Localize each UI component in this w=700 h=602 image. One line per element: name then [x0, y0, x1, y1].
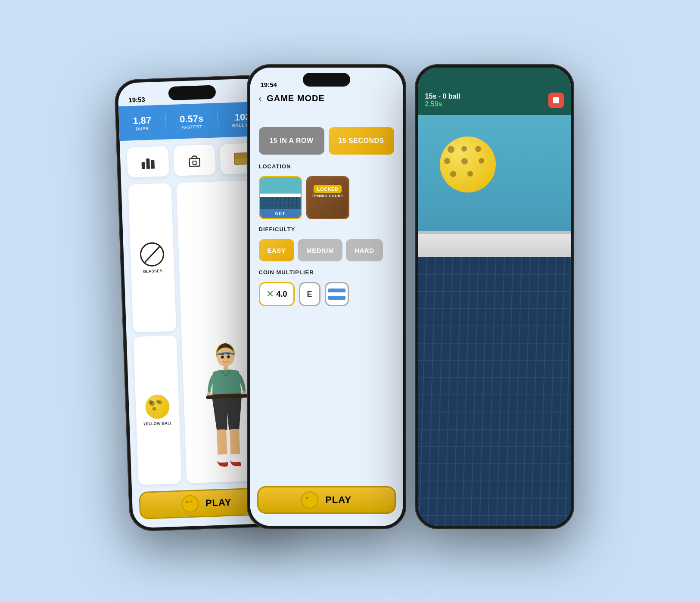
ball-label: YELLOW BALL	[143, 421, 173, 426]
mode-15s-label: 15 SECONDS	[338, 137, 384, 145]
no-glasses-icon	[140, 242, 165, 267]
multiplier-row-container: ✕ 4.0 E	[250, 279, 403, 306]
play-label-2: PLAY	[325, 494, 352, 506]
svg-rect-13	[230, 454, 240, 462]
dupr-value: 1.87	[132, 115, 151, 126]
ball-dot-e	[461, 158, 468, 164]
difficulty-easy[interactable]: EASY	[259, 239, 295, 261]
svg-rect-12	[218, 454, 227, 462]
shop-icon-card[interactable]	[173, 145, 215, 176]
multiplier-flag-card[interactable]	[325, 282, 349, 306]
ball-dot-a	[448, 146, 454, 153]
multiplier-section-label: COIN MULTIPLIER	[250, 268, 403, 276]
dynamic-island-1	[168, 85, 216, 100]
dupr-label: DUPR	[136, 126, 149, 131]
small-ball-2	[304, 494, 315, 506]
hard-label: HARD	[355, 247, 374, 254]
game-ball	[440, 137, 496, 192]
shop-icon	[187, 153, 201, 168]
difficulty-medium[interactable]: MEDIUM	[298, 239, 342, 261]
game-mode-header: ‹ GAME MODE	[250, 93, 403, 103]
svg-line-35	[461, 257, 470, 526]
game-header: 15s - 0 ball 2.59s	[418, 68, 571, 115]
s-dot-1	[186, 501, 188, 503]
svg-rect-7	[206, 395, 213, 399]
tennis-bg: LOCKED TENNIS COURT	[308, 177, 348, 218]
ball-dot-f	[479, 158, 484, 164]
phone-2: 19:54 ‹ GAME MODE 15 IN A ROW 15 SECONDS	[247, 64, 406, 529]
mode-15s[interactable]: 15 SECONDS	[329, 127, 394, 155]
chest-icon	[233, 152, 248, 165]
ball-dot-c	[475, 146, 481, 152]
bar-chart-icon	[141, 155, 154, 169]
svg-line-37	[479, 257, 487, 526]
difficulty-buttons: EASY MEDIUM HARD	[250, 236, 403, 261]
chart-icon-card[interactable]	[127, 146, 169, 177]
ball-dot-g	[450, 171, 456, 177]
game-info: 15s - 0 ball 2.59s	[425, 93, 460, 108]
s-dot-3	[306, 497, 308, 499]
ball-dot-2	[156, 400, 159, 403]
net-top-cord	[418, 231, 571, 234]
net-band	[418, 231, 571, 257]
multiplier-label: COIN MULTIPLIER	[250, 269, 323, 276]
ball-dot-b	[461, 146, 467, 152]
difficulty-hard[interactable]: HARD	[346, 239, 383, 261]
mode-buttons: 15 IN A ROW 15 SECONDS	[250, 124, 403, 155]
back-button[interactable]: ‹	[259, 93, 262, 103]
icon-grid: NEW	[127, 143, 262, 178]
glasses-label: GLASSES	[143, 269, 162, 274]
bar-3	[151, 160, 155, 168]
cross-icon: ✕	[266, 289, 274, 300]
fastest-value: 0.57s	[179, 113, 203, 125]
status-time-2: 19:54	[261, 81, 277, 88]
ball-card[interactable]: YELLOW BALL	[133, 335, 181, 485]
svg-rect-0	[189, 158, 200, 167]
svg-line-46	[556, 257, 565, 526]
dynamic-island-2	[303, 73, 350, 87]
net-grid-svg	[418, 257, 571, 526]
svg-line-33	[444, 257, 453, 526]
divider-1	[165, 113, 166, 130]
game-mode-screen: 19:54 ‹ GAME MODE 15 IN A ROW 15 SECONDS	[250, 68, 403, 526]
location-label: LOCATION	[250, 163, 300, 170]
location-net[interactable]: NET	[259, 176, 302, 219]
multiplier-e-card[interactable]: E	[299, 282, 320, 306]
stop-button[interactable]	[548, 93, 564, 108]
svg-line-45	[548, 257, 556, 526]
play-label-1: PLAY	[205, 497, 232, 509]
game-mode-title: GAME MODE	[267, 93, 325, 103]
svg-line-32	[436, 257, 444, 526]
svg-line-36	[470, 257, 479, 526]
stat-fastest: 0.57s FASTEST	[179, 113, 203, 130]
divider-2	[217, 112, 218, 129]
svg-line-42	[522, 257, 530, 526]
court-text: TENNIS COURT	[312, 194, 344, 198]
yellow-ball-icon	[145, 394, 170, 419]
svg-line-30	[418, 257, 427, 526]
game-mode-row: 15 IN A ROW 15 SECONDS	[250, 124, 403, 155]
glasses-card[interactable]: GLASSES	[128, 183, 176, 332]
small-ball	[184, 498, 196, 510]
location-grid: NET LOCKED TENNIS COURT	[250, 173, 403, 219]
bar-2	[146, 158, 150, 169]
status-time-1: 19:53	[128, 96, 145, 103]
play-button-2[interactable]: PLAY	[257, 486, 396, 514]
multiplier-row: ✕ 4.0 E	[250, 279, 403, 306]
multiplier-e-label: E	[307, 290, 312, 299]
location-cards: NET LOCKED TENNIS COURT	[250, 173, 403, 219]
mode-15-row[interactable]: 15 IN A ROW	[259, 127, 324, 155]
multiplier-4x-card[interactable]: ✕ 4.0	[259, 282, 295, 306]
ball-dot-1	[148, 400, 152, 404]
ball-dot-h	[467, 171, 473, 177]
play-btn-ball-icon	[181, 495, 199, 512]
svg-line-40	[504, 257, 513, 526]
net-mesh	[418, 257, 571, 526]
difficulty-section-label: DIFFICULTY	[250, 225, 403, 233]
location-tennis[interactable]: LOCKED TENNIS COURT	[306, 176, 349, 219]
svg-line-39	[496, 257, 504, 526]
medium-label: MEDIUM	[306, 247, 334, 254]
bar-1	[141, 162, 145, 169]
ball-dot-3	[152, 407, 156, 411]
s-dot-2	[190, 501, 192, 503]
